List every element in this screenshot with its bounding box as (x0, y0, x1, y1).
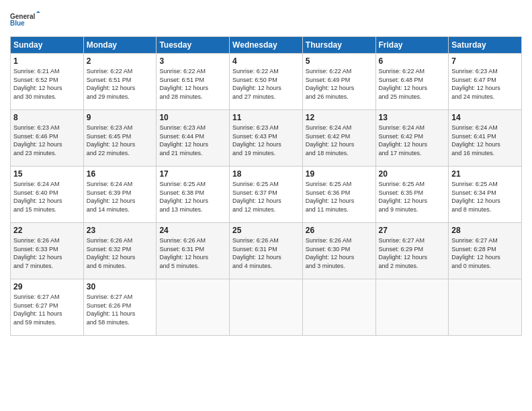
calendar-cell: 21Sunrise: 6:25 AM Sunset: 6:34 PM Dayli… (449, 167, 522, 223)
day-info: Sunrise: 6:23 AM Sunset: 6:44 PM Dayligh… (159, 124, 226, 157)
day-number: 17 (159, 169, 226, 179)
day-number: 28 (451, 226, 519, 235)
day-number: 13 (379, 113, 446, 122)
calendar-cell: 6Sunrise: 6:22 AM Sunset: 6:48 PM Daylig… (375, 54, 449, 110)
header: General Blue (10, 7, 522, 32)
calendar-cell: 24Sunrise: 6:26 AM Sunset: 6:31 PM Dayli… (157, 223, 230, 279)
calendar-table: SundayMondayTuesdayWednesdayThursdayFrid… (10, 36, 522, 336)
calendar-cell: 8Sunrise: 6:23 AM Sunset: 6:46 PM Daylig… (11, 110, 84, 167)
calendar-cell: 5Sunrise: 6:22 AM Sunset: 6:49 PM Daylig… (302, 54, 375, 110)
day-number: 21 (451, 169, 519, 179)
calendar-cell: 23Sunrise: 6:26 AM Sunset: 6:32 PM Dayli… (83, 223, 157, 279)
calendar-cell: 27Sunrise: 6:27 AM Sunset: 6:29 PM Dayli… (375, 223, 449, 279)
day-info: Sunrise: 6:23 AM Sunset: 6:45 PM Dayligh… (87, 124, 154, 157)
day-info: Sunrise: 6:22 AM Sunset: 6:51 PM Dayligh… (159, 67, 226, 101)
day-number: 20 (379, 169, 446, 179)
day-info: Sunrise: 6:23 AM Sunset: 6:47 PM Dayligh… (451, 67, 519, 101)
day-number: 30 (87, 282, 154, 291)
calendar-cell: 28Sunrise: 6:27 AM Sunset: 6:28 PM Dayli… (449, 223, 522, 279)
calendar-cell: 12Sunrise: 6:24 AM Sunset: 6:42 PM Dayli… (302, 110, 375, 167)
day-info: Sunrise: 6:23 AM Sunset: 6:46 PM Dayligh… (13, 124, 81, 157)
calendar-cell: 16Sunrise: 6:24 AM Sunset: 6:39 PM Dayli… (83, 167, 157, 223)
calendar-cell: 9Sunrise: 6:23 AM Sunset: 6:45 PM Daylig… (83, 110, 157, 167)
day-info: Sunrise: 6:22 AM Sunset: 6:48 PM Dayligh… (379, 67, 446, 101)
calendar-cell (157, 279, 230, 336)
calendar-cell (302, 279, 375, 336)
day-info: Sunrise: 6:25 AM Sunset: 6:37 PM Dayligh… (232, 180, 300, 214)
calendar-day-header: Tuesday (157, 37, 230, 54)
day-number: 27 (379, 226, 446, 235)
day-info: Sunrise: 6:22 AM Sunset: 6:50 PM Dayligh… (232, 67, 300, 101)
day-number: 14 (451, 113, 519, 122)
day-number: 23 (87, 226, 154, 235)
calendar-cell: 29Sunrise: 6:27 AM Sunset: 6:27 PM Dayli… (11, 279, 84, 336)
page-container: General Blue SundayMondayTuesdayWednesda… (0, 0, 532, 342)
calendar-cell: 20Sunrise: 6:25 AM Sunset: 6:35 PM Dayli… (375, 167, 449, 223)
day-info: Sunrise: 6:24 AM Sunset: 6:40 PM Dayligh… (13, 180, 81, 214)
day-number: 18 (232, 169, 300, 179)
calendar-header-row: SundayMondayTuesdayWednesdayThursdayFrid… (11, 37, 522, 54)
calendar-cell (449, 279, 522, 336)
logo-svg: General Blue (10, 7, 44, 32)
day-number: 15 (13, 169, 81, 179)
day-info: Sunrise: 6:25 AM Sunset: 6:35 PM Dayligh… (379, 180, 446, 214)
day-info: Sunrise: 6:27 AM Sunset: 6:28 PM Dayligh… (451, 236, 519, 270)
day-info: Sunrise: 6:24 AM Sunset: 6:42 PM Dayligh… (379, 124, 446, 157)
day-info: Sunrise: 6:25 AM Sunset: 6:34 PM Dayligh… (451, 180, 519, 214)
day-info: Sunrise: 6:26 AM Sunset: 6:31 PM Dayligh… (159, 236, 226, 270)
day-number: 26 (306, 226, 373, 235)
calendar-cell: 4Sunrise: 6:22 AM Sunset: 6:50 PM Daylig… (230, 54, 303, 110)
calendar-cell (375, 279, 449, 336)
svg-text:Blue: Blue (10, 19, 25, 27)
day-number: 3 (159, 56, 226, 66)
calendar-week-row: 1Sunrise: 6:21 AM Sunset: 6:52 PM Daylig… (11, 54, 522, 110)
calendar-cell: 7Sunrise: 6:23 AM Sunset: 6:47 PM Daylig… (449, 54, 522, 110)
day-number: 16 (87, 169, 154, 179)
calendar-cell: 2Sunrise: 6:22 AM Sunset: 6:51 PM Daylig… (83, 54, 157, 110)
calendar-cell: 14Sunrise: 6:24 AM Sunset: 6:41 PM Dayli… (449, 110, 522, 167)
calendar-week-row: 22Sunrise: 6:26 AM Sunset: 6:33 PM Dayli… (11, 223, 522, 279)
day-number: 22 (13, 226, 81, 235)
day-number: 10 (159, 113, 226, 122)
day-info: Sunrise: 6:27 AM Sunset: 6:26 PM Dayligh… (87, 293, 154, 326)
day-info: Sunrise: 6:21 AM Sunset: 6:52 PM Dayligh… (13, 67, 81, 101)
calendar-cell: 19Sunrise: 6:25 AM Sunset: 6:36 PM Dayli… (302, 167, 375, 223)
calendar-cell: 25Sunrise: 6:26 AM Sunset: 6:31 PM Dayli… (230, 223, 303, 279)
calendar-cell: 1Sunrise: 6:21 AM Sunset: 6:52 PM Daylig… (11, 54, 84, 110)
day-info: Sunrise: 6:24 AM Sunset: 6:39 PM Dayligh… (87, 180, 154, 214)
calendar-day-header: Wednesday (230, 37, 303, 54)
calendar-cell: 17Sunrise: 6:25 AM Sunset: 6:38 PM Dayli… (157, 167, 230, 223)
calendar-cell: 26Sunrise: 6:26 AM Sunset: 6:30 PM Dayli… (302, 223, 375, 279)
logo: General Blue (10, 7, 44, 32)
calendar-day-header: Thursday (302, 37, 375, 54)
calendar-cell: 3Sunrise: 6:22 AM Sunset: 6:51 PM Daylig… (157, 54, 230, 110)
day-number: 12 (306, 113, 373, 122)
day-info: Sunrise: 6:24 AM Sunset: 6:41 PM Dayligh… (451, 124, 519, 157)
calendar-cell (230, 279, 303, 336)
day-number: 7 (451, 56, 519, 66)
calendar-cell: 11Sunrise: 6:23 AM Sunset: 6:43 PM Dayli… (230, 110, 303, 167)
day-info: Sunrise: 6:23 AM Sunset: 6:43 PM Dayligh… (232, 124, 300, 157)
day-info: Sunrise: 6:25 AM Sunset: 6:38 PM Dayligh… (159, 180, 226, 214)
calendar-cell: 18Sunrise: 6:25 AM Sunset: 6:37 PM Dayli… (230, 167, 303, 223)
calendar-cell: 13Sunrise: 6:24 AM Sunset: 6:42 PM Dayli… (375, 110, 449, 167)
calendar-cell: 15Sunrise: 6:24 AM Sunset: 6:40 PM Dayli… (11, 167, 84, 223)
day-info: Sunrise: 6:22 AM Sunset: 6:51 PM Dayligh… (87, 67, 154, 101)
day-number: 29 (13, 282, 81, 291)
day-info: Sunrise: 6:27 AM Sunset: 6:29 PM Dayligh… (379, 236, 446, 270)
calendar-day-header: Monday (83, 37, 157, 54)
day-number: 5 (306, 56, 373, 66)
day-number: 4 (232, 56, 300, 66)
calendar-week-row: 8Sunrise: 6:23 AM Sunset: 6:46 PM Daylig… (11, 110, 522, 167)
day-info: Sunrise: 6:26 AM Sunset: 6:31 PM Dayligh… (232, 236, 300, 270)
calendar-week-row: 29Sunrise: 6:27 AM Sunset: 6:27 PM Dayli… (11, 279, 522, 336)
day-info: Sunrise: 6:27 AM Sunset: 6:27 PM Dayligh… (13, 293, 81, 326)
day-number: 6 (379, 56, 446, 66)
day-info: Sunrise: 6:24 AM Sunset: 6:42 PM Dayligh… (306, 124, 373, 157)
day-number: 2 (87, 56, 154, 66)
calendar-cell: 30Sunrise: 6:27 AM Sunset: 6:26 PM Dayli… (83, 279, 157, 336)
svg-text:General: General (10, 13, 35, 20)
svg-marker-2 (36, 11, 40, 13)
calendar-day-header: Friday (375, 37, 449, 54)
calendar-day-header: Saturday (449, 37, 522, 54)
